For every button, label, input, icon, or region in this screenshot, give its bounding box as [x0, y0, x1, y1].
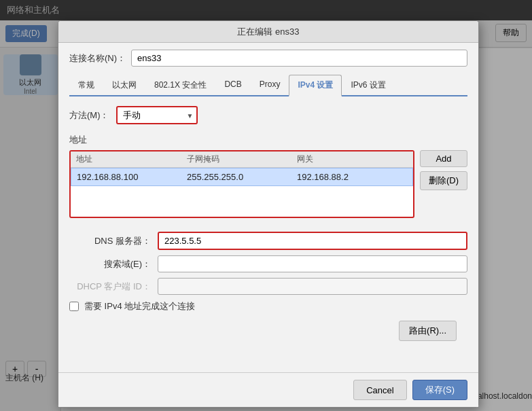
tab-ethernet[interactable]: 以太网: [103, 75, 145, 95]
tab-ipv6[interactable]: IPv6 设置: [342, 75, 394, 95]
dhcp-label: DHCP 客户端 ID：: [69, 281, 151, 293]
col-header-gateway: 网关: [297, 154, 408, 165]
modal-title: 正在编辑 ens33: [237, 26, 299, 38]
cell-subnet: 255.255.255.0: [187, 172, 297, 182]
address-section-title: 地址: [69, 134, 467, 146]
modal-titlebar: 正在编辑 ens33: [58, 21, 478, 43]
ipv4-required-label: 需要 IPv4 地址完成这个连接: [84, 300, 195, 312]
address-table: 地址 子网掩码 网关 192.168.88.100 255.255.255.0 …: [69, 150, 414, 218]
save-button[interactable]: 保存(S): [412, 380, 467, 400]
ipv4-required-checkbox[interactable]: [69, 302, 79, 311]
dhcp-input: [158, 278, 467, 295]
dns-input[interactable]: [158, 232, 467, 250]
col-header-address: 地址: [76, 154, 187, 165]
method-select-wrapper: 手动 ▼: [116, 106, 198, 124]
table-row[interactable]: 192.168.88.100 255.255.255.0 192.168.88.…: [71, 168, 413, 186]
col-header-subnet: 子网掩码: [187, 154, 298, 165]
method-select[interactable]: 手动: [116, 106, 198, 124]
add-address-button[interactable]: Add: [420, 150, 467, 167]
ipv4-checkbox-row: 需要 IPv4 地址完成这个连接: [69, 300, 467, 312]
connection-name-label: 连接名称(N)：: [69, 52, 126, 65]
search-input[interactable]: [158, 255, 467, 272]
connection-name-input[interactable]: [131, 50, 467, 67]
connection-name-row: 连接名称(N)：: [69, 50, 467, 67]
tab-8021x[interactable]: 802.1X 安全性: [145, 75, 215, 95]
edit-dialog: 正在编辑 ens33 连接名称(N)： 常规 以太网 802.1X 安全性 DC…: [58, 20, 479, 408]
dns-row: DNS 服务器：: [69, 232, 467, 250]
address-table-area: 地址 子网掩码 网关 192.168.88.100 255.255.255.0 …: [69, 150, 414, 225]
cancel-button[interactable]: Cancel: [353, 380, 406, 400]
modal-footer: Cancel 保存(S): [58, 372, 478, 407]
tabs-bar: 常规 以太网 802.1X 安全性 DCB Proxy IPv4 设置 IPv6…: [69, 75, 467, 96]
dns-label: DNS 服务器：: [69, 235, 151, 247]
route-button[interactable]: 路由(R)...: [399, 321, 457, 341]
cell-address: 192.168.88.100: [77, 172, 187, 182]
address-buttons: Add 删除(D): [420, 150, 467, 225]
tab-proxy[interactable]: Proxy: [251, 75, 289, 95]
delete-address-button[interactable]: 删除(D): [420, 171, 467, 190]
tab-ipv4[interactable]: IPv4 设置: [289, 75, 342, 96]
search-row: 搜索域(E)：: [69, 255, 467, 272]
tab-dcb[interactable]: DCB: [215, 75, 250, 95]
cell-gateway: 192.168.88.2: [297, 172, 407, 182]
tab-general[interactable]: 常规: [69, 75, 103, 95]
dhcp-row: DHCP 客户端 ID：: [69, 278, 467, 295]
address-section: 地址 子网掩码 网关 192.168.88.100 255.255.255.0 …: [69, 150, 467, 225]
search-label: 搜索域(E)：: [69, 258, 151, 270]
address-table-header: 地址 子网掩码 网关: [71, 151, 413, 168]
modal-body: 连接名称(N)： 常规 以太网 802.1X 安全性 DCB Proxy IPv…: [58, 43, 478, 333]
method-label: 方法(M)：: [69, 109, 109, 122]
method-row: 方法(M)： 手动 ▼: [69, 106, 467, 124]
